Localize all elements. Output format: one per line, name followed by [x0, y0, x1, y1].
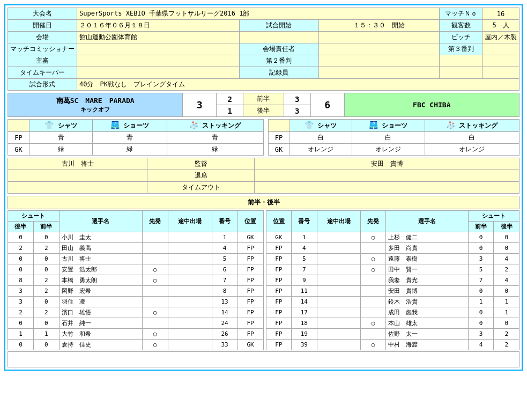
shoot-first-cell: 5	[468, 264, 494, 275]
position-cell: FP	[266, 254, 292, 264]
team-left-name: 南葛SC MARE PARADA キックオフ	[8, 93, 183, 117]
mid-entry-cell	[168, 254, 212, 264]
shoot-first-cell: 3	[468, 254, 494, 264]
start-value: １５：３０ 開始	[318, 20, 439, 32]
starter-cell	[142, 297, 168, 307]
fp-shorts-left: 青	[93, 132, 167, 144]
position-cell: FP	[237, 264, 263, 275]
pitch-label: ピッチ	[440, 32, 483, 43]
left-player-row: 3 2 岡野 宏希 8 FP	[8, 286, 264, 297]
number-cell: 14	[292, 297, 317, 307]
starter-cell	[142, 286, 168, 297]
position-cell: FP	[266, 275, 292, 286]
position-cell: FP	[266, 329, 292, 340]
position-cell: FP	[237, 329, 263, 340]
shoot-first-cell: 0	[33, 297, 59, 307]
match-name-value: SuperSports XEBIO 千葉県フットサルリーグ2016 1部	[77, 8, 440, 20]
position-cell: FP	[266, 297, 292, 307]
left-player-row: 8 2 本橋 勇太朗 ○ 7 FP	[8, 275, 264, 286]
shoot-second-cell: 3	[8, 286, 34, 297]
team-right-name: FBC CHIBA	[344, 93, 519, 117]
mid-entry-cell	[168, 318, 212, 329]
position-cell: FP	[237, 275, 263, 286]
position-cell: FP	[237, 307, 263, 318]
shoot-first-cell: 1	[468, 297, 494, 307]
shoot-header-left: シュート	[8, 211, 60, 222]
shoot-first-cell: 0	[468, 286, 494, 297]
shoot-second-cell: 3	[8, 297, 34, 307]
position-cell: FP	[237, 297, 263, 307]
match-name-label: 大会名	[8, 8, 77, 20]
shoot-first-cell: 7	[468, 275, 494, 286]
mid-entry-cell	[168, 264, 212, 275]
starter-cell: ○	[142, 275, 168, 286]
shoot-second-cell: 0	[494, 232, 519, 243]
shoot-first-cell: 2	[33, 275, 59, 286]
mid-entry-cell	[168, 340, 212, 350]
number-cell: 18	[292, 318, 317, 329]
head-referee-label: 主審	[8, 55, 77, 67]
shoot-second-cell: 0	[8, 264, 34, 275]
player-name: 岡野 宏希	[59, 286, 142, 297]
left-manager-name: 古川 将士	[8, 158, 147, 170]
shoot-second-header-right: 後半	[494, 222, 519, 232]
starter-cell: ○	[360, 254, 386, 264]
starter-cell	[142, 254, 168, 264]
position-cell: FP	[266, 286, 292, 297]
player-name: 鈴木 浩貴	[386, 297, 468, 307]
mid-entry-cell	[168, 297, 212, 307]
mid-entry-cell	[317, 307, 360, 318]
left-player-row: 0 0 古川 将士 5 FP	[8, 254, 264, 264]
score-first-half: 2	[217, 93, 243, 105]
number-cell: 39	[292, 340, 317, 350]
position-cell: FP	[266, 307, 292, 318]
left-player-row: 1 1 大竹 和希 ○ 26 FP	[8, 329, 264, 340]
gk-shirt-right: オレンジ	[290, 144, 352, 156]
shoot-second-cell: 8	[8, 275, 34, 286]
shoot-second-cell: 2	[494, 340, 519, 350]
right-player-row: FP 4 多田 尚貴 0 0	[266, 243, 519, 254]
timeout-label: タイムアウト	[147, 182, 255, 194]
shoot-second-cell: 4	[494, 275, 519, 286]
match-no-value: 16	[483, 8, 519, 20]
fp-shirt-right: 白	[290, 132, 352, 144]
number-cell: 5	[292, 254, 317, 264]
gk-shorts-right: オレンジ	[352, 144, 425, 156]
mid-entry-cell	[317, 286, 360, 297]
score-second-half-right: 3	[284, 105, 310, 117]
name-header-left: 選手名	[59, 211, 142, 232]
left-player-row: 2 2 濱口 雄悟 ○ 14 FP	[8, 307, 264, 318]
pitch-value: 屋内／木製	[483, 32, 519, 43]
number-cell: 4	[212, 243, 237, 254]
number-cell: 8	[212, 286, 237, 297]
position-cell: FP	[237, 243, 263, 254]
score-left-total: 3	[183, 93, 217, 117]
position-cell: FP	[266, 264, 292, 275]
player-name: 我妻 貴光	[386, 275, 468, 286]
gk-label-left: GK	[8, 144, 29, 156]
stocking-label-left: 🧦 ストッキング	[167, 120, 263, 132]
starter-cell	[360, 307, 386, 318]
number-header-left: 番号	[212, 211, 237, 232]
player-name: 安田 貴博	[386, 286, 468, 297]
right-manager-name: 安田 貴博	[255, 158, 519, 170]
right-player-row: FP 39 ○ 中村 海渡 4 2	[266, 340, 519, 350]
number-cell: 9	[292, 275, 317, 286]
mid-entry-header-right: 途中出場	[317, 211, 360, 232]
number-cell: 14	[212, 307, 237, 318]
shoot-first-cell: 0	[468, 318, 494, 329]
mid-entry-cell	[168, 307, 212, 318]
number-cell: 26	[212, 329, 237, 340]
timekeeper-label: タイムキーパー	[8, 67, 77, 79]
position-cell: GK	[237, 340, 263, 350]
player-name: 成田 彪我	[386, 307, 468, 318]
fp-shirt-left: 青	[29, 132, 93, 144]
score-first-half-right: 3	[284, 93, 310, 105]
starter-cell: ○	[360, 232, 386, 243]
position-cell: FP	[266, 340, 292, 350]
shoot-second-cell: 0	[8, 340, 34, 350]
position-header-left: 位置	[237, 211, 263, 232]
starter-cell: ○	[142, 340, 168, 350]
stocking-label-right: 🧦 ストッキング	[425, 120, 519, 132]
player-name: 上杉 健二	[386, 232, 468, 243]
